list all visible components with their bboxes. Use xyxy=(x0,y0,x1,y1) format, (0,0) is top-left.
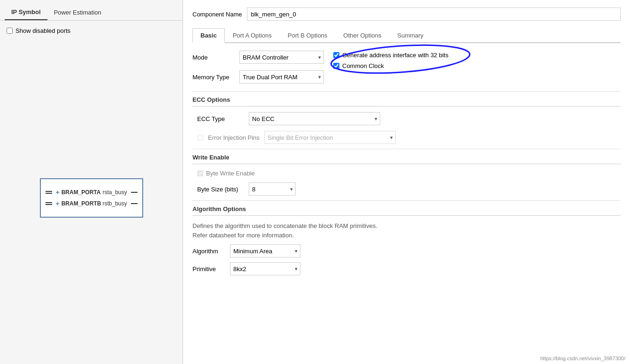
separator-2 xyxy=(192,149,621,149)
port-lines-right-b xyxy=(131,203,138,204)
watermark: https://blog.csdn.net/vivxin_3987300/ xyxy=(540,356,625,361)
component-name-label: Component Name xyxy=(192,11,242,18)
left-tabs: IP Symbol Power Estimation xyxy=(0,5,183,21)
port-lines-b xyxy=(46,202,52,205)
error-injection-checkbox[interactable] xyxy=(197,135,203,141)
port-signal-a: rsta_busy xyxy=(102,189,127,196)
port-line xyxy=(131,203,138,204)
show-disabled-label: Show disabled ports xyxy=(15,27,70,34)
ecc-type-row: ECC Type No ECC Single Bit ECC Hamming xyxy=(197,112,621,125)
port-line xyxy=(131,192,138,193)
tab-port-a-options[interactable]: Port A Options xyxy=(225,28,280,42)
tab-ip-symbol[interactable]: IP Symbol xyxy=(5,5,47,20)
algorithm-section-header: Algorithm Options xyxy=(192,205,621,216)
bram-porta-left: + BRAM_PORTA xyxy=(46,189,101,196)
tab-summary[interactable]: Summary xyxy=(389,28,431,42)
error-injection-type-wrapper[interactable]: Single Bit Error Injection Double Bit Er… xyxy=(264,131,396,144)
primitive-row: Primitive 8kx2 16kx1 4kx4 xyxy=(192,262,621,275)
right-panel: Component Name Basic Port A Options Port… xyxy=(183,0,630,364)
byte-size-select-wrapper[interactable]: 8 9 xyxy=(249,182,296,196)
component-name-row: Component Name xyxy=(192,8,621,21)
generate-address-row: Generate address interface with 32 bits xyxy=(333,52,448,59)
algorithm-section: Algorithm Options Defines the algorithm … xyxy=(192,205,621,275)
common-clock-label: Common Clock xyxy=(342,62,384,69)
ecc-section-header: ECC Options xyxy=(192,96,621,106)
bram-row-a: + BRAM_PORTA rsta_busy xyxy=(46,189,138,196)
port-lines-right-a xyxy=(131,192,138,193)
algorithm-select-wrapper[interactable]: Minimum Area Low Power Fixed Primitives xyxy=(230,244,300,258)
algorithm-select[interactable]: Minimum Area Low Power Fixed Primitives xyxy=(230,244,300,258)
left-panel: IP Symbol Power Estimation Show disabled… xyxy=(0,0,183,364)
separator-1 xyxy=(192,91,621,91)
byte-size-select[interactable]: 8 9 xyxy=(249,182,296,196)
byte-write-checkbox[interactable] xyxy=(197,170,203,176)
mode-select-wrapper[interactable]: BRAM Controller Stand Alone xyxy=(239,51,324,64)
algorithm-row: Algorithm Minimum Area Low Power Fixed P… xyxy=(192,244,621,258)
ecc-type-select-wrapper[interactable]: No ECC Single Bit ECC Hamming xyxy=(249,112,380,125)
show-disabled-row: Show disabled ports xyxy=(0,25,183,36)
write-enable-section: Write Enable Byte Write Enable Byte Size… xyxy=(192,154,621,196)
port-line xyxy=(46,204,52,205)
tab-other-options[interactable]: Other Options xyxy=(335,28,389,42)
byte-write-label: Byte Write Enable xyxy=(206,170,255,177)
generate-address-checkbox[interactable] xyxy=(333,52,339,58)
write-enable-inner: Byte Write Enable Byte Size (bits) 8 9 xyxy=(192,170,621,196)
port-name-a: BRAM_PORTA xyxy=(61,189,101,196)
error-injection-type-select[interactable]: Single Bit Error Injection Double Bit Er… xyxy=(264,131,396,144)
algo-inner: Defines the algorithm used to concatenat… xyxy=(192,221,621,275)
left-form: Mode BRAM Controller Stand Alone Memory … xyxy=(192,51,324,83)
svg-point-0 xyxy=(330,41,470,77)
plus-icon-a: + xyxy=(56,189,60,196)
byte-write-row: Byte Write Enable xyxy=(197,170,621,177)
right-options: Generate address interface with 32 bits … xyxy=(333,51,448,69)
plus-icon-b: + xyxy=(56,200,60,207)
bram-portb-left: + BRAM_PORTB xyxy=(46,200,101,207)
port-line xyxy=(46,191,52,192)
symbol-area: + BRAM_PORTA rsta_busy + xyxy=(0,36,183,359)
byte-size-label: Byte Size (bits) xyxy=(197,186,244,193)
memory-type-select-wrapper[interactable]: True Dual Port RAM Simple Dual Port RAM … xyxy=(239,70,324,83)
component-name-input[interactable] xyxy=(247,8,621,21)
primitive-label: Primitive xyxy=(192,265,225,273)
tab-port-b-options[interactable]: Port B Options xyxy=(280,28,336,42)
error-injection-row: Error Injection Pins Single Bit Error In… xyxy=(197,131,621,144)
mode-select[interactable]: BRAM Controller Stand Alone xyxy=(239,51,324,64)
port-signal-b: rstb_busy xyxy=(102,200,127,207)
write-enable-header: Write Enable xyxy=(192,154,621,164)
primitive-select[interactable]: 8kx2 16kx1 4kx4 xyxy=(230,262,300,275)
mode-field-row: Mode BRAM Controller Stand Alone xyxy=(192,51,324,64)
memory-type-field-row: Memory Type True Dual Port RAM Simple Du… xyxy=(192,70,324,83)
bram-row-b: + BRAM_PORTB rstb_busy xyxy=(46,200,138,207)
primitive-select-wrapper[interactable]: 8kx2 16kx1 4kx4 xyxy=(230,262,300,275)
generate-address-label: Generate address interface with 32 bits xyxy=(342,52,448,59)
separator-3 xyxy=(192,200,621,201)
ecc-section: ECC Options ECC Type No ECC Single Bit E… xyxy=(192,96,621,144)
port-line xyxy=(46,202,52,203)
algorithm-label: Algorithm xyxy=(192,248,225,255)
show-disabled-checkbox[interactable] xyxy=(7,28,13,34)
error-injection-label: Error Injection Pins xyxy=(208,134,260,141)
ecc-inner: ECC Type No ECC Single Bit ECC Hamming E… xyxy=(192,112,621,144)
byte-size-row: Byte Size (bits) 8 9 xyxy=(197,182,621,196)
common-clock-row: Common Clock xyxy=(333,62,448,69)
port-line xyxy=(46,193,52,194)
tab-basic[interactable]: Basic xyxy=(192,28,225,43)
main-tabs: Basic Port A Options Port B Options Othe… xyxy=(192,28,621,43)
tab-power-estimation[interactable]: Power Estimation xyxy=(47,5,108,20)
mode-memory-section: Mode BRAM Controller Stand Alone Memory … xyxy=(192,51,621,83)
port-name-b: BRAM_PORTB xyxy=(61,200,101,207)
memory-type-label: Memory Type xyxy=(192,74,235,81)
port-lines-a xyxy=(46,191,52,194)
memory-type-select[interactable]: True Dual Port RAM Simple Dual Port RAM … xyxy=(239,70,324,83)
ecc-type-select[interactable]: No ECC Single Bit ECC Hamming xyxy=(249,112,380,125)
bram-symbol: + BRAM_PORTA rsta_busy + xyxy=(40,178,143,218)
circle-annotation xyxy=(328,42,473,76)
ecc-type-label: ECC Type xyxy=(197,115,244,122)
mode-label: Mode xyxy=(192,54,235,61)
common-clock-checkbox[interactable] xyxy=(333,63,339,69)
algo-desc: Defines the algorithm used to concatenat… xyxy=(192,221,621,240)
